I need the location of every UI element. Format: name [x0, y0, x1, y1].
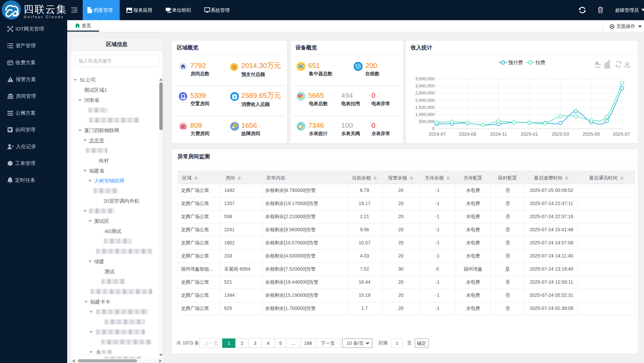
svg-text:2025-03: 2025-03: [552, 131, 569, 137]
svg-text:0: 0: [432, 126, 435, 131]
svg-text:预付费: 预付费: [508, 60, 523, 65]
svg-text:扣费: 扣费: [535, 60, 545, 65]
svg-text:2,500,000: 2,500,000: [415, 90, 435, 95]
svg-text:2,000,000: 2,000,000: [415, 98, 435, 103]
svg-text:2024-11: 2024-11: [490, 131, 507, 137]
svg-text:3,500,000: 3,500,000: [415, 76, 435, 81]
svg-text:2025-07: 2025-07: [613, 131, 630, 137]
svg-text:¥: ¥: [234, 124, 236, 127]
svg-text:2024-09: 2024-09: [459, 131, 476, 137]
svg-text:1,000,000: 1,000,000: [415, 112, 435, 117]
svg-text:2025-01: 2025-01: [521, 131, 538, 137]
svg-text:2024-07: 2024-07: [429, 131, 446, 137]
svg-text:500,000: 500,000: [419, 119, 435, 124]
svg-text:3,000,000: 3,000,000: [415, 83, 435, 88]
svg-text:1,500,000: 1,500,000: [415, 105, 435, 110]
svg-text:2025-05: 2025-05: [582, 131, 600, 137]
